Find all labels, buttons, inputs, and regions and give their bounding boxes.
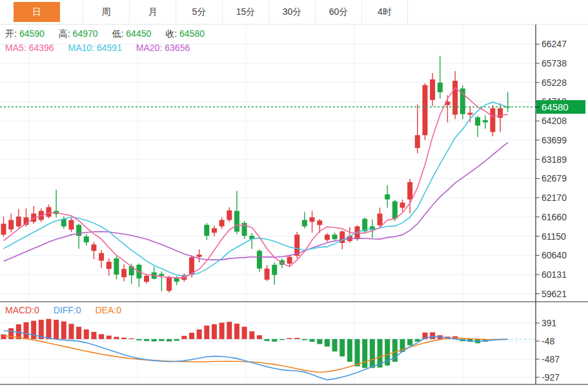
- price-axis-label: 63699: [542, 135, 567, 145]
- candle-body: [167, 278, 172, 291]
- candle-body: [16, 216, 21, 226]
- ma20-label: MA20:: [136, 43, 162, 53]
- macd-hist-bar: [332, 339, 338, 351]
- macd-axis-label: 391: [542, 318, 557, 328]
- macd-hist-bar: [370, 339, 375, 368]
- candle-body: [227, 211, 232, 220]
- macd-hist-bar: [91, 332, 96, 339]
- tab-4hour[interactable]: 4时: [361, 0, 408, 24]
- ma10-label: MA10:: [68, 43, 94, 53]
- macd-hist-bar: [76, 327, 81, 339]
- candle-body: [392, 202, 398, 219]
- macd-hist-bar: [272, 339, 277, 342]
- macd-hist-bar: [174, 339, 179, 341]
- macd-hist-bar: [54, 320, 59, 339]
- price-axis-label: 59621: [542, 289, 567, 299]
- candle-body: [8, 220, 14, 229]
- tab-60min[interactable]: 60分: [315, 0, 361, 24]
- candle-body: [400, 203, 405, 208]
- candle-body: [1, 224, 6, 235]
- candle-body: [332, 235, 338, 239]
- macd-hist-bar: [227, 322, 232, 339]
- open-value: 64590: [19, 28, 45, 39]
- macd-hist-bar: [144, 339, 149, 341]
- candle-body: [234, 211, 239, 231]
- macd-hist-bar: [430, 332, 435, 339]
- candle-body: [46, 207, 51, 217]
- macd-hist-bar: [287, 338, 292, 339]
- candle-body: [121, 269, 127, 277]
- price-axis-label: 66247: [542, 39, 567, 49]
- timeframe-tabs: 日 周 月 5分 15分 30分 60分 4时: [0, 0, 588, 25]
- macd-hist-bar: [407, 339, 412, 346]
- candle-body: [159, 274, 164, 276]
- macd-hist-bar: [242, 327, 247, 339]
- candle-body: [197, 255, 202, 256]
- candle-body: [452, 81, 458, 114]
- macd-hist-bar: [61, 321, 66, 339]
- candle-body: [385, 194, 390, 200]
- tab-day[interactable]: 日: [0, 0, 83, 24]
- macd-hist-bar: [152, 339, 157, 342]
- macd-hist-bar: [129, 339, 134, 339]
- candle-body: [498, 109, 503, 118]
- tab-30min[interactable]: 30分: [269, 0, 315, 24]
- trading-chart-app: { "tabs": { "items": [ {"label": "日", "s…: [0, 0, 588, 387]
- dea-value: DEA:0: [95, 305, 121, 315]
- tab-15min[interactable]: 15分: [222, 0, 269, 24]
- price-axis-label: 60131: [542, 269, 567, 280]
- tab-week[interactable]: 周: [83, 0, 129, 24]
- candle-body: [317, 220, 322, 225]
- candle-body: [467, 113, 472, 115]
- candle-body: [302, 220, 307, 226]
- price-axis-label: 64208: [542, 116, 567, 126]
- macd-legend: MACD:0 DIFF:0 DEA:0: [5, 305, 124, 315]
- candle-body: [68, 220, 74, 229]
- candle-body: [114, 258, 119, 275]
- macd-hist-bar: [31, 321, 36, 339]
- tab-5min[interactable]: 5分: [176, 0, 222, 24]
- macd-hist-bar: [204, 326, 209, 339]
- low-value: 64450: [126, 28, 151, 39]
- candle-body: [84, 236, 89, 242]
- ma10-line: [4, 102, 508, 276]
- macd-hist-bar: [136, 339, 141, 340]
- ma-legend: MA5:64396 MA10:64591 MA20:63656: [5, 43, 192, 53]
- tab-month[interactable]: 月: [129, 0, 176, 24]
- macd-hist-bar: [355, 339, 360, 366]
- price-axis-label: 61660: [542, 212, 567, 222]
- candle-body: [99, 253, 104, 261]
- candle-body: [407, 182, 412, 200]
- macd-hist-bar: [106, 335, 112, 339]
- macd-hist-bar: [257, 335, 262, 339]
- macd-hist-bar: [181, 336, 187, 339]
- candle-body: [257, 251, 262, 268]
- candle-body: [483, 120, 488, 122]
- candle-body: [204, 225, 209, 236]
- macd-hist-bar: [68, 324, 74, 339]
- macd-hist-bar: [219, 322, 225, 339]
- macd-hist-bar: [46, 319, 51, 339]
- macd-hist-bar: [249, 331, 254, 339]
- candle-body: [415, 135, 420, 148]
- price-axis-label: 65228: [542, 78, 567, 88]
- macd-hist-bar: [317, 339, 322, 344]
- candlestick-chart-canvas[interactable]: 6624765738652286471864208636996318962679…: [0, 0, 588, 387]
- price-axis-label: 62679: [542, 173, 567, 183]
- macd-hist-bar: [121, 338, 127, 339]
- ma5-label: MA5:: [5, 43, 26, 53]
- candle-body: [325, 235, 330, 240]
- current-price-tag-text: 64580: [542, 101, 569, 112]
- macd-axis-label: -927: [542, 372, 560, 382]
- high-value: 64970: [73, 28, 98, 39]
- candle-body: [265, 269, 270, 280]
- macd-value: MACD:0: [5, 305, 39, 315]
- tab-day-selected-button[interactable]: 日: [14, 2, 60, 22]
- macd-hist-bar: [8, 328, 14, 339]
- macd-hist-bar: [212, 324, 217, 339]
- macd-hist-bar: [325, 339, 330, 346]
- macd-hist-bar: [302, 339, 307, 340]
- candle-body: [310, 217, 315, 222]
- candle-body: [106, 262, 112, 269]
- candle-body: [438, 83, 443, 92]
